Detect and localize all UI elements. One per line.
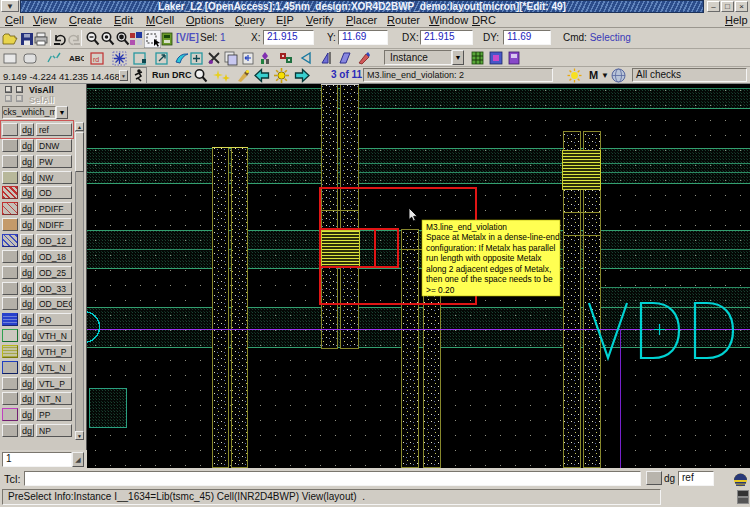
svg-text:along 2 adjacent edges of Meta: along 2 adjacent edges of Metalx,: [426, 264, 551, 274]
svg-text:>= 0.20: >= 0.20: [426, 285, 455, 295]
svg-text:Space at Metalx in a dense-lin: Space at Metalx in a dense-line-end: [426, 232, 560, 242]
svg-text:then one of the space needs to: then one of the space needs to be: [426, 274, 553, 284]
svg-text:rd: rd: [93, 56, 99, 63]
svg-text:M3.line_end_violation: M3.line_end_violation: [426, 222, 507, 232]
svg-text:ABC: ABC: [69, 54, 84, 63]
svg-text:run length with opposite Metal: run length with opposite Metalx: [426, 253, 542, 263]
svg-text:configuration: If Metalx has p: configuration: If Metalx has parallel: [426, 243, 556, 253]
